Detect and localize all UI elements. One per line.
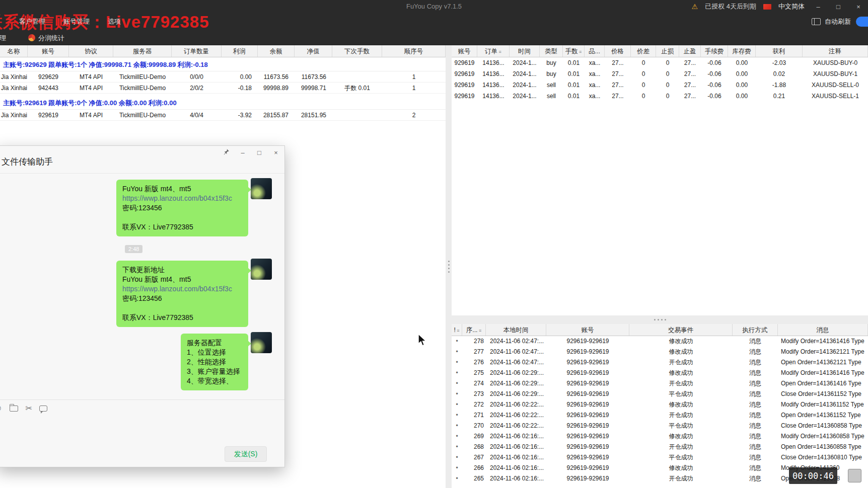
column-header[interactable]: !	[452, 324, 462, 336]
log-panel: !序...本地时间账号交易事件执行方式消息 278 2024-11-06 02:…	[452, 324, 868, 488]
pin-icon[interactable]	[223, 148, 230, 156]
cell-message: Modify Order=141361152 Type	[778, 399, 868, 410]
log-row[interactable]: 274 2024-11-06 02:29:... 929619-929619 开…	[452, 378, 868, 389]
column-header[interactable]: 名称	[0, 45, 28, 57]
column-header[interactable]: 止损	[656, 45, 679, 57]
column-header[interactable]: 库存费	[728, 45, 756, 57]
log-row[interactable]: 272 2024-11-06 02:22:... 929619-929619 修…	[452, 399, 868, 410]
menu-item-account-manage[interactable]: 账号管理	[63, 17, 90, 26]
column-header[interactable]: 类型	[540, 45, 563, 57]
avatar[interactable]	[251, 178, 272, 199]
log-row[interactable]: 267 2024-11-06 02:16:... 929619-929619 平…	[452, 452, 868, 463]
log-row[interactable]: 275 2024-11-06 02:29:... 929619-929619 修…	[452, 368, 868, 378]
order-row[interactable]: 929619 14136... 2024-1... buy 0.01 xa...…	[452, 57, 868, 68]
column-header[interactable]: 价格	[605, 45, 631, 57]
column-header[interactable]: 手数	[563, 45, 585, 57]
cell-account: 929619	[452, 79, 477, 91]
maximize-button[interactable]: □	[832, 3, 845, 11]
send-button[interactable]: 发送(S)	[225, 446, 267, 462]
chat-line: 服务器配置	[187, 338, 242, 348]
avatar[interactable]	[251, 259, 272, 280]
menu-item-options[interactable]: 选项	[108, 17, 121, 26]
log-row[interactable]: 278 2024-11-06 02:47:... 929619-929619 修…	[452, 336, 868, 347]
column-header[interactable]: 订单	[477, 45, 510, 57]
log-row[interactable]: 277 2024-11-06 02:47:... 929619-929619 修…	[452, 347, 868, 357]
screenshot-icon[interactable]: ✂	[25, 403, 32, 413]
chat-line: FuYou 新版 mt4、mt5	[122, 184, 242, 194]
column-header[interactable]: 顺序号	[382, 45, 446, 57]
minimize-button[interactable]: –	[239, 149, 246, 156]
orders-rows: 929619 14136... 2024-1... buy 0.01 xa...…	[452, 57, 868, 102]
auto-refresh-toggle[interactable]	[856, 17, 868, 27]
language-selector[interactable]: 中文简体	[778, 2, 805, 11]
log-row[interactable]: 273 2024-11-06 02:29:... 929619-929619 平…	[452, 389, 868, 399]
recorder-stop-button[interactable]	[848, 469, 861, 482]
menu-item-client-manage[interactable]: 客户管理	[19, 17, 45, 26]
cell-symbol: xa...	[585, 57, 605, 68]
column-header[interactable]: 账号	[28, 45, 69, 57]
cell-seq: 269	[462, 431, 486, 442]
order-row[interactable]: 929619 14136... 2024-1... sell 0.01 xa..…	[452, 79, 868, 91]
column-header[interactable]: 订单数量	[172, 45, 222, 57]
chat-input[interactable]	[0, 417, 284, 442]
chat-history-icon[interactable]	[39, 405, 47, 412]
account-group-header: 主账号:929629 跟单账号:1个 净值:99998.71 余额:99998.…	[0, 57, 446, 71]
cell-price: 27...	[605, 79, 631, 91]
column-header[interactable]: 本地时间	[486, 324, 546, 336]
order-row[interactable]: 929619 14136... 2024-1... buy 0.01 xa...…	[452, 68, 868, 79]
send-file-icon[interactable]	[10, 405, 18, 412]
column-header[interactable]: 获利	[756, 45, 803, 57]
log-row[interactable]: 276 2024-11-06 02:47:... 929619-929619 开…	[452, 357, 868, 368]
column-header[interactable]: 序...	[462, 324, 486, 336]
bullet-icon	[452, 399, 462, 410]
layout-panel-icon[interactable]	[812, 18, 821, 25]
mouse-cursor	[418, 334, 427, 349]
account-row[interactable]: Jia Xinhai 942443 MT4 API TickmillEU-Dem…	[0, 83, 446, 94]
column-header[interactable]: 利润	[222, 45, 258, 57]
avatar[interactable]	[251, 332, 272, 353]
column-header[interactable]: 交易事件	[629, 324, 733, 336]
column-header[interactable]: 手续费	[701, 45, 728, 57]
column-header[interactable]: 净值	[295, 45, 332, 57]
minimize-button[interactable]: –	[812, 3, 825, 11]
app-window: FuYou Copy v7.1.5 ⚠ 已授权 4天后到期 中文简体 – □ ×…	[0, 0, 868, 488]
emoji-icon[interactable]: ☺	[0, 403, 3, 414]
account-row[interactable]: Jia Xinhai 929629 MT4 API TickmillEU-Dem…	[0, 71, 446, 83]
cell-take-profit: 27...	[679, 68, 701, 79]
column-header[interactable]: 消息	[778, 324, 868, 336]
log-row[interactable]: 271 2024-11-06 02:22:... 929619-929619 开…	[452, 410, 868, 421]
column-header[interactable]: 余额	[258, 45, 295, 57]
accounts-group-0-rows: Jia Xinhai 929629 MT4 API TickmillEU-Dem…	[0, 71, 446, 94]
column-header[interactable]: 执行方式	[733, 324, 778, 336]
column-header[interactable]: 时间	[510, 45, 540, 57]
column-header[interactable]: 账号	[452, 45, 477, 57]
column-header[interactable]: 止盈	[679, 45, 701, 57]
chat-link[interactable]: https://wwp.lanzout.com/b04x15f3c	[122, 284, 242, 294]
chat-link[interactable]: https://wwp.lanzout.com/b04x15f3c	[122, 194, 242, 203]
log-row[interactable]: 268 2024-11-06 02:16:... 929619-929619 开…	[452, 442, 868, 452]
cell-exec-mode: 消息	[733, 357, 778, 368]
cell-message: Open Order=141361152 Type	[778, 410, 868, 421]
log-row[interactable]: 270 2024-11-06 02:22:... 929619-929619 平…	[452, 421, 868, 431]
vertical-splitter[interactable]	[446, 45, 452, 488]
column-header[interactable]: 账号	[546, 324, 629, 336]
maximize-button[interactable]: □	[256, 149, 263, 156]
cell-comment: XAUUSD-SELL-1	[803, 91, 868, 102]
cell-server: TickmillEU-Demo	[113, 83, 172, 94]
column-header[interactable]: 价差	[631, 45, 656, 57]
column-header[interactable]: 下次手数	[332, 45, 382, 57]
column-header[interactable]: 品...	[585, 45, 605, 57]
log-row[interactable]: 269 2024-11-06 02:16:... 929619-929619 修…	[452, 431, 868, 442]
account-row[interactable]: Jia Xinhai 929619 MT4 API TickmillEU-Dem…	[0, 110, 446, 121]
toolbar-manage-button[interactable]: 管理	[0, 34, 6, 43]
column-header[interactable]: 注释	[803, 45, 868, 57]
close-button[interactable]: ×	[272, 149, 279, 156]
cell-trade-event: 修改成功	[629, 336, 733, 347]
column-header[interactable]: 服务器	[113, 45, 172, 57]
close-button[interactable]: ×	[852, 3, 865, 11]
column-header[interactable]: 协议	[69, 45, 113, 57]
order-row[interactable]: 929619 14136... 2024-1... sell 0.01 xa..…	[452, 91, 868, 102]
horizontal-splitter[interactable]	[452, 315, 868, 324]
toolbar-profit-stats-button[interactable]: 分润统计	[38, 34, 64, 43]
cell-commission: -0.06	[701, 68, 728, 79]
